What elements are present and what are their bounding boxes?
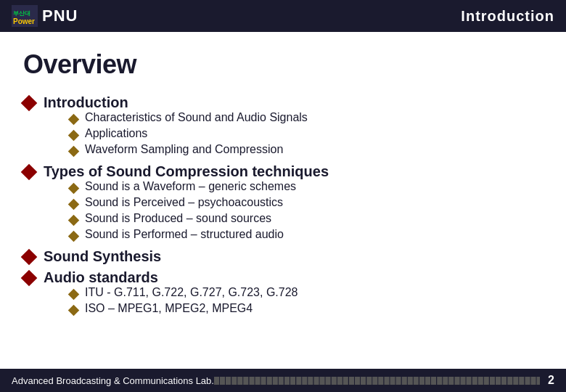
logo-icon: 부산대 Power [12,5,38,27]
bullet-diamond-icon [21,249,38,266]
sub-item-label: ITU - G.711, G.722, G.727, G.723, G.728 [85,286,298,299]
bullet-diamond-icon [21,270,38,287]
header: 부산대 Power PNU Introduction [0,0,566,32]
logo: 부산대 Power PNU [12,5,78,27]
sub-bullet-icon [68,289,80,301]
list-item: Types of Sound Compression techniques So… [23,163,543,244]
list-item: Sound is Perceived – psychoacoustics [70,196,329,209]
sub-list: ITU - G.711, G.722, G.727, G.723, G.728 … [44,286,298,315]
list-item: Introduction Characteristics of Sound an… [23,94,543,159]
overview-list: Introduction Characteristics of Sound an… [23,94,543,318]
footer-lab-name: Advanced Broadcasting & Communications L… [12,375,214,386]
svg-text:Power: Power [13,17,35,25]
list-item: Sound Synthesis [23,248,543,265]
sub-bullet-icon [68,146,80,158]
sub-item-label: Sound is Perceived – psychoacoustics [85,196,283,209]
footer: Advanced Broadcasting & Communications L… [0,369,566,392]
sub-list: Sound is a Waveform – generic schemes So… [44,180,329,241]
section-label: Types of Sound Compression techniques [44,163,329,179]
sub-bullet-icon [68,215,80,226]
sub-bullet-icon [68,199,80,211]
header-title: Introduction [461,8,554,25]
sub-item-label: Waveform Sampling and Compression [85,143,283,156]
logo-text: PNU [42,7,78,25]
list-item: Waveform Sampling and Compression [70,143,308,156]
sub-bullet-icon [68,231,80,242]
sub-item-label: Sound is Produced – sound sources [85,212,271,225]
list-item: Sound is Produced – sound sources [70,212,329,225]
bullet-diamond-icon [21,95,38,112]
list-item: Characteristics of Sound and Audio Signa… [70,111,308,124]
list-item: Applications [70,127,308,140]
main-content: Overview Introduction Characteristics of… [0,32,566,334]
section-label: Introduction [44,94,128,110]
list-item: ISO – MPEG1, MPEG2, MPEG4 [70,302,298,315]
bullet-diamond-icon [21,164,38,181]
list-item: Audio standards ITU - G.711, G.722, G.72… [23,269,543,318]
section-label: Sound Synthesis [44,248,161,265]
svg-text:부산대: 부산대 [13,10,30,17]
sub-bullet-icon [68,130,80,142]
page-title: Overview [23,49,543,80]
footer-dots: ████████████████████████████████████████… [214,377,540,385]
sub-bullet-icon [68,305,80,317]
sub-item-label: Applications [85,127,147,140]
footer-page-number: 2 [540,374,554,387]
sub-list: Characteristics of Sound and Audio Signa… [44,111,308,156]
sub-bullet-icon [68,183,80,195]
sub-item-label: ISO – MPEG1, MPEG2, MPEG4 [85,302,253,315]
sub-item-label: Sound is a Waveform – generic schemes [85,180,296,193]
sub-item-label: Characteristics of Sound and Audio Signa… [85,111,308,124]
section-label: Audio standards [44,269,158,285]
list-item: Sound is a Waveform – generic schemes [70,180,329,193]
list-item: ITU - G.711, G.722, G.727, G.723, G.728 [70,286,298,299]
list-item: Sound is Performed – structured audio [70,228,329,241]
sub-item-label: Sound is Performed – structured audio [85,228,284,241]
sub-bullet-icon [68,114,80,126]
